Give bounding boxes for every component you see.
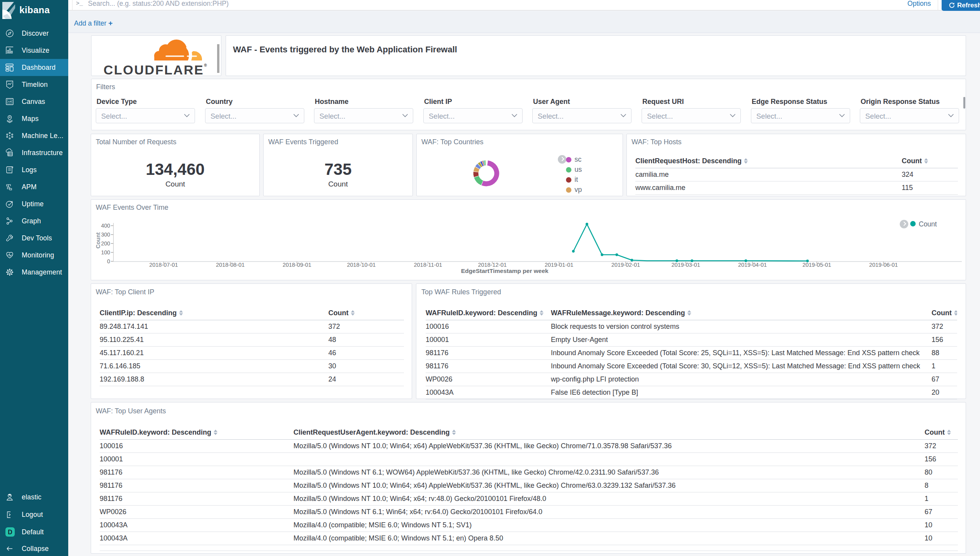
svg-text:2018-09-01: 2018-09-01: [283, 262, 311, 268]
svg-text:EdgeStartTimestamp per week: EdgeStartTimestamp per week: [461, 268, 549, 274]
svg-text:0: 0: [107, 258, 110, 264]
svg-text:2018-12-01: 2018-12-01: [478, 262, 507, 268]
svg-text:100: 100: [101, 249, 110, 256]
svg-text:Count: Count: [95, 232, 101, 249]
svg-text:2018-10-01: 2018-10-01: [347, 262, 376, 268]
svg-text:300: 300: [101, 231, 110, 238]
svg-text:2019-02-01: 2019-02-01: [611, 262, 640, 268]
svg-text:2018-08-01: 2018-08-01: [216, 262, 245, 268]
svg-text:2019-06-01: 2019-06-01: [869, 262, 898, 268]
svg-text:D: D: [8, 529, 12, 535]
svg-text:2019-01-01: 2019-01-01: [545, 262, 573, 268]
svg-text:2018-11-01: 2018-11-01: [414, 262, 442, 268]
svg-text:2018-07-01: 2018-07-01: [149, 262, 178, 268]
svg-text:200: 200: [101, 240, 110, 247]
svg-text:2019-04-01: 2019-04-01: [738, 262, 767, 268]
svg-text:400: 400: [101, 223, 110, 229]
svg-text:2019-03-01: 2019-03-01: [671, 262, 700, 268]
svg-text:2019-05-01: 2019-05-01: [802, 262, 831, 268]
